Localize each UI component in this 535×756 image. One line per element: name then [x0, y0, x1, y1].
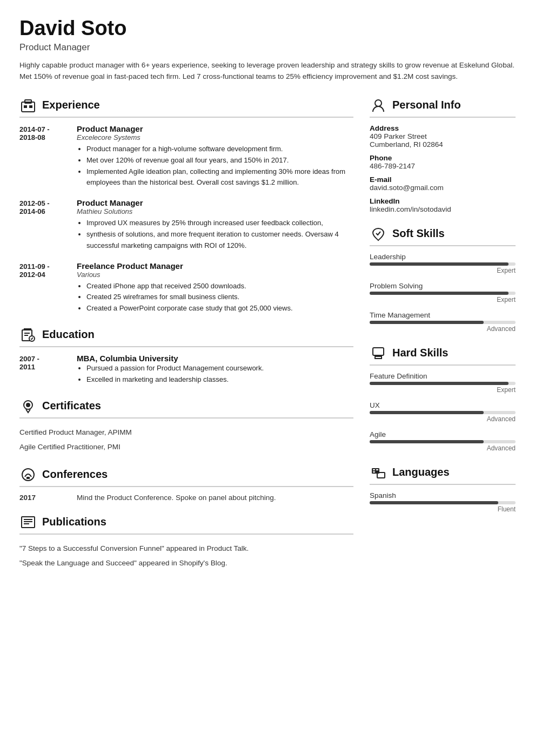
- list-item: Pursued a passion for Product Management…: [86, 363, 264, 374]
- list-item: Product manager for a high-volume softwa…: [86, 144, 353, 155]
- exp-company: Various: [77, 271, 293, 279]
- publications-list: "7 Steps to a Successful Conversion Funn…: [19, 541, 353, 570]
- conferences-header: Conferences: [19, 466, 353, 487]
- skill-bar-bg: [370, 440, 516, 443]
- conference-item: 2017 Mind the Product Conference. Spoke …: [19, 494, 353, 502]
- info-label: Address: [370, 124, 516, 132]
- exp-title: Product Manager: [77, 198, 353, 207]
- edu-bullets: Pursued a passion for Product Management…: [77, 363, 264, 386]
- conferences-list: 2017 Mind the Product Conference. Spoke …: [19, 494, 353, 502]
- svg-point-9: [26, 403, 30, 407]
- skill-bar-bg: [370, 382, 516, 385]
- personal-info-fields: Address409 Parker StreetCumberland, RI 0…: [370, 124, 516, 213]
- header: David Soto Product Manager Highly capabl…: [19, 17, 516, 83]
- personal-info-field: LinkedInlinkedin.com/in/sotodavid: [370, 197, 516, 213]
- list-item: Met over 120% of revenue goal all four y…: [86, 155, 353, 166]
- skill-bar-bg: [370, 501, 516, 504]
- list-item: Excelled in marketing and leadership cla…: [86, 374, 264, 386]
- skill-level: Expert: [370, 296, 516, 303]
- svg-rect-11: [26, 477, 30, 479]
- info-value: 409 Parker StreetCumberland, RI 02864: [370, 132, 443, 148]
- personal-info-header: Personal Info: [370, 97, 516, 118]
- exp-content: Product Manager Excelecore Systems Produ…: [77, 124, 353, 188]
- publications-title: Publications: [42, 516, 106, 528]
- certificates-header: Certificates: [19, 397, 353, 418]
- languages-section: Languages Spanish Fluent: [370, 464, 516, 513]
- conferences-icon: [19, 466, 37, 483]
- certificates-list: Certified Product Manager, APIMMAgile Ce…: [19, 425, 353, 454]
- candidate-name: David Soto: [19, 17, 516, 40]
- skill-level: Advanced: [370, 415, 516, 423]
- certificates-section: Certificates Certified Product Manager, …: [19, 397, 353, 454]
- skill-item: Time Management Advanced: [370, 311, 516, 333]
- info-value: linkedin.com/in/sotodavid: [370, 205, 451, 213]
- right-column: Personal Info Address409 Parker StreetCu…: [370, 97, 516, 582]
- personal-info-field: Phone486-789-2147: [370, 154, 516, 170]
- svg-rect-14: [24, 521, 32, 522]
- svg-rect-6: [24, 335, 28, 336]
- certificates-title: Certificates: [42, 400, 101, 412]
- exp-date: 2012-05 -2014-06: [19, 198, 68, 251]
- svg-rect-18: [375, 356, 382, 359]
- svg-rect-3: [29, 105, 32, 108]
- list-item: Improved UX measures by 25% through incr…: [86, 218, 353, 229]
- info-label: E-mail: [370, 176, 516, 184]
- hard-skills-icon: [370, 345, 387, 362]
- languages-title: Languages: [392, 466, 450, 478]
- skill-bar-bg: [370, 292, 516, 295]
- experience-section: Experience 2014-07 -2018-08 Product Mana…: [19, 97, 353, 314]
- skill-item: Agile Advanced: [370, 430, 516, 452]
- list-item: Created 25 wireframes for small business…: [86, 292, 293, 303]
- soft-skills-section: Soft Skills Leadership Expert Problem So…: [370, 225, 516, 333]
- exp-date: 2014-07 -2018-08: [19, 124, 68, 188]
- experience-list: 2014-07 -2018-08 Product Manager Excelec…: [19, 124, 353, 314]
- experience-item: 2011-09 -2012-04 Freelance Product Manag…: [19, 261, 353, 314]
- experience-header: Experience: [19, 97, 353, 118]
- personal-info-section: Personal Info Address409 Parker StreetCu…: [370, 97, 516, 213]
- svg-rect-21: [373, 469, 375, 470]
- education-header: Education: [19, 326, 353, 347]
- languages-header: Languages: [370, 464, 516, 485]
- personal-info-field: Address409 Parker StreetCumberland, RI 0…: [370, 124, 516, 148]
- list-item: Created iPhone app that received 2500 do…: [86, 281, 293, 292]
- skill-name: Agile: [370, 430, 516, 438]
- hard-skills-list: Feature Definition Expert UX Advanced Ag…: [370, 372, 516, 452]
- skill-level: Expert: [370, 267, 516, 274]
- personal-info-field: E-maildavid.soto@gmail.com: [370, 176, 516, 192]
- publications-icon: [19, 514, 37, 531]
- exp-content: Freelance Product Manager Various Create…: [77, 261, 293, 314]
- conferences-title: Conferences: [42, 468, 108, 481]
- skill-item: Leadership Expert: [370, 253, 516, 274]
- hard-skills-title: Hard Skills: [392, 347, 448, 359]
- skill-name: Spanish: [370, 491, 516, 500]
- education-title: Education: [42, 328, 95, 341]
- svg-rect-23: [376, 469, 378, 470]
- exp-title: Product Manager: [77, 124, 353, 133]
- left-column: Experience 2014-07 -2018-08 Product Mana…: [19, 97, 353, 582]
- svg-rect-19: [376, 355, 380, 356]
- svg-rect-22: [373, 471, 375, 473]
- exp-company: Mathieu Solutions: [77, 207, 353, 215]
- info-value: david.soto@gmail.com: [370, 184, 444, 192]
- skill-bar-fill: [370, 440, 484, 443]
- soft-skills-title: Soft Skills: [392, 227, 445, 240]
- skill-item: UX Advanced: [370, 401, 516, 423]
- experience-title: Experience: [42, 99, 100, 111]
- skill-name: Leadership: [370, 253, 516, 261]
- skill-bar-bg: [370, 411, 516, 414]
- svg-rect-2: [24, 105, 27, 108]
- education-item: 2007 -2011 MBA, Columbia University Purs…: [19, 354, 353, 386]
- conf-description: Mind the Product Conference. Spoke on pa…: [77, 494, 276, 502]
- candidate-title: Product Manager: [19, 42, 516, 53]
- skill-bar-fill: [370, 411, 484, 414]
- languages-list: Spanish Fluent: [370, 491, 516, 513]
- list-item: Implemented Agile ideation plan, collect…: [86, 166, 353, 189]
- personal-info-icon: [370, 97, 387, 114]
- skill-bar-bg: [370, 262, 516, 266]
- skill-bar-fill: [370, 321, 484, 324]
- skill-bar-fill: [370, 382, 509, 385]
- certificates-icon: [19, 397, 37, 415]
- skill-level: Fluent: [370, 505, 516, 513]
- skill-name: Time Management: [370, 311, 516, 319]
- skill-item: Problem Solving Expert: [370, 282, 516, 303]
